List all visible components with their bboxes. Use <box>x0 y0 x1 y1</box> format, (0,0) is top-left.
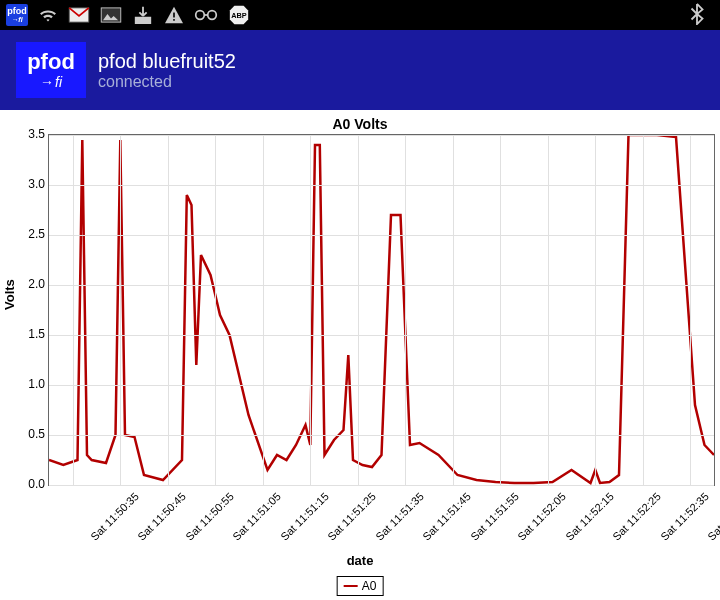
x-tick: Sat 11:51:25 <box>326 490 379 543</box>
app-title-bar: pfod fi pfod bluefruit52 connected <box>0 30 720 110</box>
x-tick: Sat 11:50:35 <box>88 490 141 543</box>
x-tick: Sat 11:51:45 <box>421 490 474 543</box>
warning-icon <box>164 6 184 24</box>
logo-text-top: pfod <box>27 51 75 73</box>
x-tick: Sat 11:51:15 <box>278 490 331 543</box>
x-tick: Sat 11:50:55 <box>183 490 236 543</box>
android-status-bar: pfod→fi ABP <box>0 0 720 30</box>
y-tick: 3.0 <box>28 177 45 191</box>
y-tick: 1.5 <box>28 327 45 341</box>
pfod-logo: pfod fi <box>16 42 86 98</box>
svg-rect-3 <box>173 19 175 21</box>
chart-area[interactable]: A0 Volts Volts date A0 0.00.51.01.52.02.… <box>0 110 720 600</box>
picture-icon <box>100 7 122 23</box>
y-tick: 2.5 <box>28 227 45 241</box>
y-tick: 2.0 <box>28 277 45 291</box>
device-name: pfod bluefruit52 <box>98 50 236 73</box>
connection-status: connected <box>98 73 236 91</box>
x-tick: Sat 11:50:45 <box>136 490 189 543</box>
y-tick: 0.0 <box>28 477 45 491</box>
x-tick: Sat 11:51:05 <box>231 490 284 543</box>
line-series-a0 <box>49 135 714 485</box>
logo-text-bottom: fi <box>40 75 62 89</box>
glasses-icon <box>194 8 218 22</box>
x-tick: Sat 11:51:55 <box>468 490 521 543</box>
x-tick: Sat 11:52:05 <box>516 490 569 543</box>
x-tick: Sat 11:51:35 <box>373 490 426 543</box>
y-axis-label: Volts <box>2 279 17 310</box>
download-me-icon <box>132 5 154 25</box>
legend: A0 <box>337 576 384 596</box>
x-tick: Sat 11:52:35 <box>658 490 711 543</box>
abp-icon: ABP <box>228 4 250 26</box>
legend-swatch-icon <box>344 585 358 587</box>
svg-point-5 <box>208 11 217 20</box>
mail-icon <box>68 7 90 23</box>
y-tick: 0.5 <box>28 427 45 441</box>
pfod-mini-icon: pfod→fi <box>6 4 28 26</box>
svg-rect-2 <box>173 13 175 18</box>
wifi-icon <box>38 7 58 23</box>
x-tick: Sat 11:52:15 <box>563 490 616 543</box>
y-tick: 1.0 <box>28 377 45 391</box>
x-axis-label: date <box>0 553 720 568</box>
legend-label: A0 <box>362 579 377 593</box>
y-tick: 3.5 <box>28 127 45 141</box>
svg-point-4 <box>196 11 205 20</box>
chart-title: A0 Volts <box>0 116 720 132</box>
svg-text:ABP: ABP <box>231 11 247 20</box>
bluetooth-icon <box>690 3 704 25</box>
plot-region[interactable] <box>48 134 715 486</box>
x-tick: Sat 11:52:25 <box>611 490 664 543</box>
